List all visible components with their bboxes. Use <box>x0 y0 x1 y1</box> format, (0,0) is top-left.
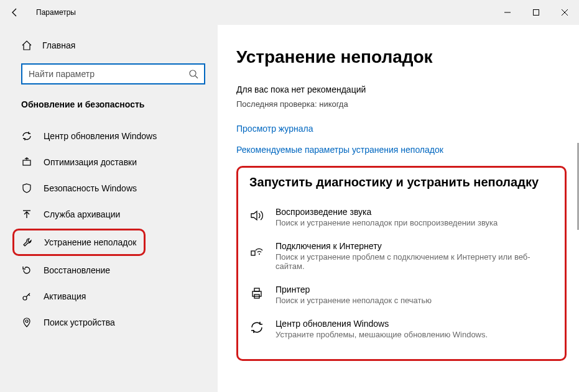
sidebar-item-label: Оптимизация доставки <box>44 157 137 167</box>
sync-icon <box>249 320 264 335</box>
svg-line-3 <box>195 76 198 78</box>
sidebar: Главная Обновление и безопасность Центр … <box>0 25 218 392</box>
troubleshooter-desc: Поиск и устранение неполадок с печатью <box>276 296 432 305</box>
troubleshooter-update[interactable]: Центр обновления Windows Устраните пробл… <box>249 314 554 348</box>
sidebar-item-delivery-optimization[interactable]: Оптимизация доставки <box>0 149 218 175</box>
troubleshooter-label: Подключения к Интернету <box>276 241 554 251</box>
sidebar-item-label: Служба архивации <box>44 209 120 219</box>
svg-rect-1 <box>534 10 539 16</box>
troubleshooter-desc: Устраните проблемы, мешающие обновлению … <box>276 330 488 339</box>
home-icon <box>21 40 32 51</box>
sidebar-item-label: Безопасность Windows <box>44 183 137 193</box>
svg-point-9 <box>259 253 260 255</box>
printer-icon <box>249 286 264 301</box>
sidebar-item-label: Устранение неполадок <box>44 237 136 247</box>
sidebar-item-recovery[interactable]: Восстановление <box>0 257 218 283</box>
troubleshooter-label: Воспроизведение звука <box>276 207 498 217</box>
sidebar-item-label: Поиск устройства <box>44 317 115 327</box>
sidebar-item-backup[interactable]: Служба архивации <box>0 201 218 227</box>
svg-rect-4 <box>23 160 30 165</box>
sidebar-item-windows-security[interactable]: Безопасность Windows <box>0 175 218 201</box>
wifi-icon <box>249 242 264 257</box>
maximize-button[interactable] <box>522 0 550 25</box>
search-input-wrapper[interactable] <box>21 63 205 84</box>
troubleshooter-desc: Поиск и устранение неполадок при воспрои… <box>276 218 498 227</box>
search-input[interactable] <box>29 69 188 79</box>
location-icon <box>21 317 32 328</box>
troubleshooter-audio[interactable]: Воспроизведение звука Поиск и устранение… <box>249 202 554 236</box>
svg-rect-8 <box>251 251 255 255</box>
sidebar-group-header: Обновление и безопасность <box>0 96 218 123</box>
view-history-link[interactable]: Просмотр журнала <box>236 124 313 134</box>
key-icon <box>21 291 32 302</box>
troubleshooter-printer[interactable]: Принтер Поиск и устранение неполадок с п… <box>249 280 554 314</box>
troubleshooter-label: Принтер <box>276 285 432 294</box>
troubleshooter-desc: Поиск и устранение проблем с подключение… <box>276 252 554 271</box>
last-check-text: Последняя проверка: никогда <box>236 99 567 109</box>
sidebar-item-find-device[interactable]: Поиск устройства <box>0 309 218 335</box>
sidebar-home-label: Главная <box>42 40 75 50</box>
back-button[interactable] <box>0 0 30 25</box>
window-title: Параметры <box>30 8 76 17</box>
sidebar-item-label: Восстановление <box>44 265 110 275</box>
svg-point-2 <box>190 70 196 76</box>
diagnostics-section: Запустить диагностику и устранить непола… <box>236 166 567 361</box>
recommended-settings-link[interactable]: Рекомендуемые параметры устранения непол… <box>236 145 567 155</box>
close-button[interactable] <box>550 0 579 25</box>
sidebar-item-troubleshoot[interactable]: Устранение неполадок <box>12 229 146 256</box>
page-title: Устранение неполадок <box>236 47 567 67</box>
troubleshooter-internet[interactable]: Подключения к Интернету Поиск и устранен… <box>249 236 554 280</box>
sidebar-home[interactable]: Главная <box>0 34 218 57</box>
recovery-icon <box>21 265 32 276</box>
backup-icon <box>21 209 32 220</box>
wrench-icon <box>22 237 33 248</box>
delivery-icon <box>21 157 32 168</box>
svg-rect-11 <box>254 288 259 291</box>
speaker-icon <box>249 208 264 223</box>
sidebar-item-activation[interactable]: Активация <box>0 283 218 309</box>
troubleshooter-label: Центр обновления Windows <box>276 319 488 329</box>
sidebar-item-windows-update[interactable]: Центр обновления Windows <box>0 123 218 149</box>
sidebar-item-label: Активация <box>44 291 86 301</box>
shield-icon <box>21 183 32 194</box>
refresh-icon <box>21 130 32 142</box>
minimize-button[interactable] <box>493 0 522 25</box>
no-recommendations-text: Для вас пока нет рекомендаций <box>236 84 567 94</box>
diagnostics-title: Запустить диагностику и устранить непола… <box>249 175 554 189</box>
svg-rect-10 <box>252 291 261 296</box>
sidebar-item-label: Центр обновления Windows <box>44 131 157 141</box>
search-icon <box>188 68 199 80</box>
arrow-left-icon <box>9 7 21 18</box>
main-content: Устранение неполадок Для вас пока нет ре… <box>218 25 579 392</box>
svg-point-7 <box>25 320 28 322</box>
